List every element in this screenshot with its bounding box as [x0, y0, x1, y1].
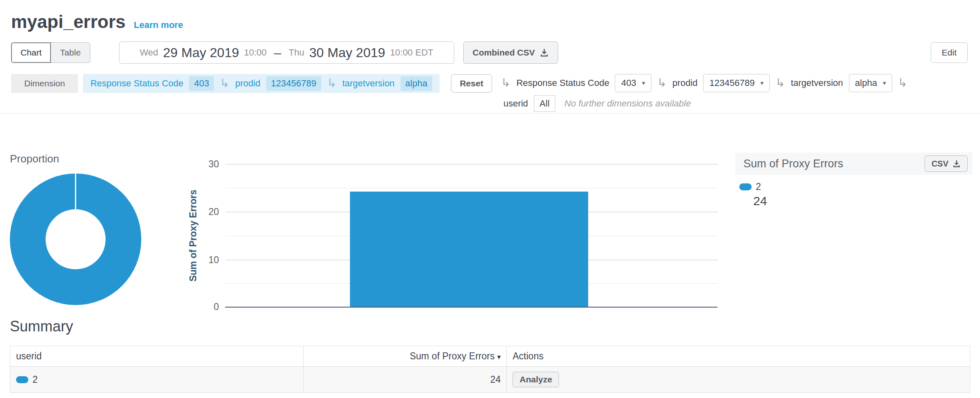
series-summary-panel: Sum of Proxy Errors CSV 2 24: [735, 153, 973, 208]
next-dimension-name: userid: [504, 98, 528, 109]
targetversion-select-value: alpha: [855, 78, 877, 88]
table-toggle-button[interactable]: Table: [51, 42, 90, 63]
gridline-25: [225, 188, 718, 188]
date-range-picker[interactable]: Wed 29 May 2019 10:00 – Thu 30 May 2019 …: [119, 42, 454, 64]
x-axis-line: [225, 307, 718, 308]
legend-value: 24: [753, 194, 973, 208]
next-dimension-value-button[interactable]: All: [534, 95, 555, 112]
date-range-end-time: 10:00 EDT: [390, 47, 433, 58]
caret-down-icon: ▾: [760, 79, 764, 87]
analyze-button[interactable]: Analyze: [513, 372, 559, 387]
selector-name: prodid: [672, 78, 697, 88]
y-tick-30: 30: [190, 158, 219, 170]
download-icon: [540, 48, 549, 57]
table-row: 2 24 Analyze: [10, 367, 970, 393]
applied-dimensions-strip: Response Status Code 403 ↳ prodid 123456…: [83, 74, 439, 93]
status-code-select[interactable]: 403 ▾: [615, 74, 651, 92]
series-summary-header: Sum of Proxy Errors CSV: [735, 153, 973, 175]
status-code-select-value: 403: [621, 78, 636, 88]
date-range-end-date: 30 May 2019: [309, 45, 385, 60]
branch-arrow-icon: ↳: [220, 78, 229, 89]
prodid-select[interactable]: 123456789 ▾: [703, 74, 770, 92]
cell-userid: 2: [10, 367, 304, 393]
branch-arrow-icon: ↳: [775, 77, 785, 89]
branch-arrow-icon: ↳: [327, 78, 336, 89]
dimension-section: Dimension Response Status Code 403 ↳ pro…: [0, 74, 980, 112]
column-header-sum[interactable]: Sum of Proxy Errors▾: [304, 346, 507, 367]
series-swatch: [16, 376, 28, 383]
date-range-start-day: Wed: [140, 47, 158, 58]
applied-dimension-name: targetversion: [342, 78, 394, 89]
download-icon: [952, 160, 961, 168]
cell-sum: 24: [304, 367, 507, 393]
caret-down-icon: ▾: [883, 79, 886, 87]
dashboard-page: myapi_errors Learn more Chart Table Wed …: [0, 0, 980, 398]
y-tick-10: 10: [190, 254, 219, 266]
branch-arrow-icon: ↳: [657, 77, 667, 89]
cell-actions: Analyze: [507, 367, 970, 393]
date-range-end-day: Thu: [289, 47, 304, 58]
toolbar: Chart Table Wed 29 May 2019 10:00 – Thu …: [0, 41, 980, 64]
series-summary-title: Sum of Proxy Errors: [743, 157, 843, 170]
summary-title: Summary: [10, 318, 980, 335]
next-dimension-row: userid All No further dimensions availab…: [501, 95, 908, 112]
chart-toggle-button[interactable]: Chart: [11, 42, 51, 63]
applied-dimension-name: prodid: [235, 78, 260, 89]
column-header-userid[interactable]: userid: [10, 346, 304, 367]
csv-button-label: CSV: [932, 159, 948, 169]
header: myapi_errors Learn more: [0, 0, 980, 32]
branch-arrow-icon: ↳: [501, 77, 511, 89]
y-tick-0: 0: [190, 301, 219, 312]
combined-csv-button[interactable]: Combined CSV: [463, 42, 559, 64]
legend-swatch: [739, 183, 752, 190]
summary-table: userid Sum of Proxy Errors▾ Actions 2 24…: [10, 346, 970, 393]
column-header-actions: Actions: [507, 346, 970, 367]
bar-chart-y-axis-title: Sum of Proxy Errors: [188, 190, 199, 282]
csv-export-button[interactable]: CSV: [925, 155, 968, 172]
proportion-donut-chart[interactable]: [10, 174, 141, 305]
view-toggle: Chart Table: [11, 42, 90, 63]
applied-dimension-value[interactable]: 403: [189, 76, 214, 91]
edit-button[interactable]: Edit: [931, 42, 968, 63]
date-range-separator: –: [274, 45, 281, 60]
gridline-30: [225, 164, 718, 164]
targetversion-select[interactable]: alpha ▾: [849, 74, 892, 92]
dimension-label: Dimension: [11, 74, 78, 93]
charts-area: Proportion Sum of Proxy Errors 30 20 10 …: [0, 113, 980, 318]
applied-dimension-name: Response Status Code: [90, 78, 183, 89]
date-range-start-date: 29 May 2019: [163, 45, 239, 60]
dimension-selector-row: ↳ Response Status Code 403 ▾ ↳ prodid 12…: [501, 74, 908, 92]
date-range-start-time: 10:00: [244, 47, 267, 58]
selector-name: Response Status Code: [516, 78, 609, 88]
page-title: myapi_errors: [11, 12, 126, 32]
proxy-errors-bar[interactable]: [350, 192, 588, 307]
legend-item[interactable]: 2: [739, 181, 973, 192]
dimension-selectors: ↳ Response Status Code 403 ▾ ↳ prodid 12…: [501, 74, 908, 112]
donut-slice-separator: [75, 174, 76, 210]
legend-label: 2: [756, 181, 761, 192]
learn-more-link[interactable]: Learn more: [134, 20, 183, 30]
branch-arrow-icon: ↳: [898, 77, 907, 89]
combined-csv-label: Combined CSV: [473, 48, 535, 58]
y-tick-20: 20: [190, 206, 219, 218]
prodid-select-value: 123456789: [709, 78, 755, 88]
applied-dimension-value[interactable]: 123456789: [266, 76, 321, 91]
caret-down-icon: ▾: [642, 79, 645, 87]
sort-desc-icon: ▾: [497, 353, 501, 361]
applied-dimension-value[interactable]: alpha: [400, 76, 432, 91]
reset-button[interactable]: Reset: [451, 74, 492, 93]
no-more-dimensions-text: No further dimensions available: [564, 98, 691, 109]
selector-name: targetversion: [791, 78, 843, 88]
cell-userid-value: 2: [32, 374, 38, 385]
proportion-title: Proportion: [10, 153, 59, 165]
donut-hole: [46, 209, 106, 269]
summary-table-header-row: userid Sum of Proxy Errors▾ Actions: [10, 346, 970, 367]
chart-legend: 2 24: [735, 181, 973, 208]
